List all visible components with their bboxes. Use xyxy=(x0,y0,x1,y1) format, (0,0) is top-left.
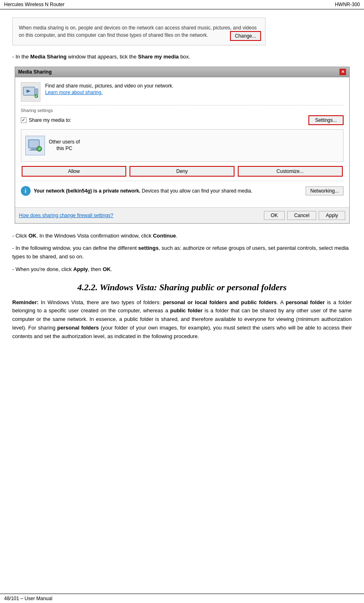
dialog-top-text: Find and share music, pictures, and vide… xyxy=(45,82,174,90)
svg-rect-2 xyxy=(35,89,38,94)
reminder-bold2: personal folder xyxy=(286,299,325,305)
info-row: i Your network (belkin54g) is a private … xyxy=(21,184,344,198)
instruction-3: - In the following window, you can defin… xyxy=(12,244,352,261)
learn-more-link[interactable]: Learn more about sharing. xyxy=(45,90,103,95)
main-content: When media sharing is on, people and dev… xyxy=(0,9,364,365)
device-box: ✓ Other users of this PC xyxy=(21,129,344,162)
reminder-text2: . A xyxy=(277,299,286,305)
dialog-close-button[interactable]: ✕ xyxy=(339,69,346,75)
reminder-text1: In Windows Vista, there are two types of… xyxy=(38,299,163,305)
info-text: Your network (belkin54g) is a private ne… xyxy=(34,188,303,194)
instruction-1-bold1: Media Sharing xyxy=(30,54,67,60)
dialog-footer: How does sharing change firewall setting… xyxy=(15,207,349,223)
reminder-paragraph: Reminder: In Windows Vista, there are tw… xyxy=(12,298,352,341)
sharing-settings-label: Sharing settings xyxy=(21,108,344,113)
instruction-1-bold2: Share my media xyxy=(138,54,179,60)
section-heading: 4.2.2. Windows Vista: Sharing public or … xyxy=(12,282,352,293)
apply-button[interactable]: Apply xyxy=(319,211,345,220)
change-button[interactable]: Change... xyxy=(230,31,261,41)
dialog-body: ✓ Find and share music, pictures, and vi… xyxy=(15,77,349,207)
action-buttons-row: Allow Deny Customize... xyxy=(21,166,344,177)
info-text-bold: Your network (belkin54g) is a private ne… xyxy=(34,188,141,194)
share-media-left: ✓ Share my media to: xyxy=(21,117,71,123)
device-icon: ✓ xyxy=(25,136,45,155)
share-media-checkbox[interactable]: ✓ xyxy=(21,117,27,123)
reminder-bold1: personal or local folders and public fol… xyxy=(163,299,277,305)
device-label: Other users of this PC xyxy=(49,139,80,152)
share-media-row: ✓ Share my media to: Settings... xyxy=(21,115,344,125)
share-media-label: Share my media to: xyxy=(29,117,71,123)
settings-button[interactable]: Settings... xyxy=(308,115,343,125)
instruction-1-middle: window that appears, tick the xyxy=(67,54,138,60)
svg-rect-6 xyxy=(31,148,37,150)
allow-button[interactable]: Allow xyxy=(22,166,127,177)
info-text-suffix: Devices that you allow can find your sha… xyxy=(141,188,252,194)
top-screenshot-box: When media sharing is on, people and dev… xyxy=(12,18,266,45)
header-left: Hercules Wireless N Router xyxy=(4,2,65,7)
svg-text:✓: ✓ xyxy=(35,94,38,98)
reminder-bold-label: Reminder: xyxy=(12,299,38,305)
page-header: Hercules Wireless N Router HWNR-300 xyxy=(0,0,364,9)
reminder-bold4: personal folders xyxy=(57,325,99,331)
svg-text:✓: ✓ xyxy=(38,147,41,151)
header-right: HWNR-300 xyxy=(335,2,360,7)
firewall-link[interactable]: How does sharing change firewall setting… xyxy=(19,213,114,218)
instruction-4: - When you're done, click Apply, then OK… xyxy=(12,265,352,274)
dialog-top-section: ✓ Find and share music, pictures, and vi… xyxy=(21,82,344,102)
customize-button[interactable]: Customize... xyxy=(238,166,343,177)
page-footer: 48/101 – User Manual xyxy=(0,594,364,603)
reminder-bold3: public folder xyxy=(170,307,203,314)
ok-button[interactable]: OK xyxy=(264,211,285,220)
divider-2 xyxy=(21,181,344,181)
instruction-2: - Click OK. In the Windows Vista confirm… xyxy=(12,232,352,240)
instruction-1-suffix: box. xyxy=(179,54,190,60)
dialog-top-text-container: Find and share music, pictures, and vide… xyxy=(45,82,174,95)
instruction-1: - In the Media Sharing window that appea… xyxy=(12,53,352,61)
media-icon: ✓ xyxy=(21,82,40,102)
divider-1 xyxy=(21,105,344,105)
dialog-title: Media Sharing xyxy=(18,69,52,75)
networking-button[interactable]: Networking... xyxy=(306,186,343,195)
dialog-titlebar: Media Sharing ✕ xyxy=(15,67,349,77)
footer-text: 48/101 – User Manual xyxy=(4,596,52,601)
top-screenshot-text: When media sharing is on, people and dev… xyxy=(19,24,259,39)
deny-button[interactable]: Deny xyxy=(130,166,234,177)
media-sharing-dialog: Media Sharing ✕ ✓ Find and share music, … xyxy=(15,67,350,224)
instruction-1-prefix: - In the xyxy=(12,54,30,60)
info-icon: i xyxy=(21,186,31,196)
footer-buttons: OK Cancel Apply xyxy=(264,211,345,220)
cancel-button[interactable]: Cancel xyxy=(287,211,316,220)
